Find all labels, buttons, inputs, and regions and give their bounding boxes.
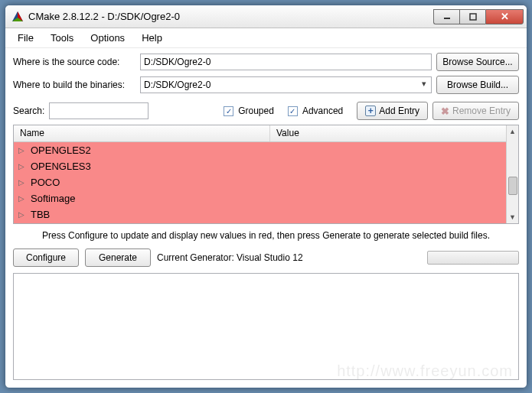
tree-item-label: POCO	[31, 177, 60, 188]
expand-icon[interactable]: ▷	[18, 178, 28, 187]
expand-icon[interactable]: ▷	[18, 162, 28, 171]
advanced-label: Advanced	[302, 106, 343, 116]
tree-item-label: OPENGLES3	[31, 161, 91, 172]
plus-icon: +	[365, 106, 376, 116]
hint-text: Press Configure to update and display ne…	[13, 227, 519, 245]
build-row: Where to build the binaries: D:/SDK/Ogre…	[13, 76, 519, 94]
add-entry-label: Add Entry	[379, 106, 419, 116]
cache-tree: Name Value ▷ OPENGLES2 ▷ OPENGLES3 ▷ POC…	[13, 125, 519, 224]
menubar: File Tools Options Help	[5, 28, 527, 48]
titlebar: CMake 2.8.12.2 - D:/SDK/Ogre2-0 ✕	[5, 5, 527, 28]
tree-scrollbar[interactable]: ▲ ▼	[506, 125, 518, 223]
source-input[interactable]	[140, 54, 432, 70]
tree-row[interactable]: ▷ OPENGLES2	[14, 142, 506, 158]
progress-bar	[427, 251, 519, 265]
app-window: CMake 2.8.12.2 - D:/SDK/Ogre2-0 ✕ File T…	[5, 5, 527, 388]
build-combo-value: D:/SDK/Ogre2-0	[144, 80, 211, 90]
close-button[interactable]: ✕	[485, 9, 524, 24]
tree-item-label: Softimage	[31, 193, 76, 204]
menu-help[interactable]: Help	[134, 30, 170, 46]
tree-body: ▷ OPENGLES2 ▷ OPENGLES3 ▷ POCO ▷ Softima…	[14, 142, 506, 223]
tree-row[interactable]: ▷ Softimage	[14, 190, 506, 206]
minimize-button[interactable]	[433, 9, 459, 24]
window-controls: ✕	[433, 9, 524, 24]
scroll-up-icon[interactable]: ▲	[508, 125, 518, 138]
tree-header: Name Value	[14, 125, 506, 142]
add-entry-button[interactable]: + Add Entry	[357, 102, 428, 120]
output-box[interactable]	[13, 273, 519, 380]
source-row: Where is the source code: Browse Source.…	[13, 53, 519, 71]
browse-source-button[interactable]: Browse Source...	[436, 53, 519, 71]
window-title: CMake 2.8.12.2 - D:/SDK/Ogre2-0	[28, 11, 180, 22]
expand-icon[interactable]: ▷	[18, 210, 28, 219]
svg-rect-4	[470, 14, 476, 20]
expand-icon[interactable]: ▷	[18, 146, 28, 154]
current-generator-label: Current Generator: Visual Studio 12	[157, 252, 303, 263]
tree-row[interactable]: ▷ POCO	[14, 174, 506, 190]
build-label: Where to build the binaries:	[13, 80, 135, 90]
tree-item-label: TBB	[31, 209, 50, 220]
tree-item-label: OPENGLES2	[31, 145, 91, 156]
expand-icon[interactable]: ▷	[18, 194, 28, 203]
advanced-checkbox[interactable]: ✓	[288, 106, 298, 116]
content-area: Where is the source code: Browse Source.…	[5, 48, 527, 388]
scroll-down-icon[interactable]: ▼	[508, 211, 518, 223]
col-value[interactable]: Value	[270, 125, 506, 141]
grouped-checkbox[interactable]: ✓	[224, 106, 233, 116]
menu-options[interactable]: Options	[83, 30, 132, 46]
generate-button[interactable]: Generate	[85, 248, 151, 267]
configure-button[interactable]: Configure	[13, 248, 79, 267]
browse-build-button[interactable]: Browse Build...	[436, 76, 519, 94]
menu-file[interactable]: File	[10, 30, 41, 46]
search-input[interactable]	[49, 102, 149, 119]
col-name[interactable]: Name	[14, 125, 270, 141]
cmake-logo-icon	[11, 11, 24, 23]
tree-row[interactable]: ▷ OPENGLES3	[14, 158, 506, 174]
build-combo[interactable]: D:/SDK/Ogre2-0	[140, 76, 432, 93]
menu-tools[interactable]: Tools	[43, 30, 81, 46]
source-label: Where is the source code:	[13, 57, 135, 67]
grouped-label: Grouped	[238, 106, 274, 116]
generate-row: Configure Generate Current Generator: Vi…	[13, 248, 519, 267]
maximize-button[interactable]	[459, 9, 485, 24]
search-label: Search:	[13, 106, 44, 116]
remove-entry-label: Remove Entry	[452, 106, 511, 116]
scroll-thumb[interactable]	[508, 177, 517, 195]
search-row: Search: ✓ Grouped ✓ Advanced + Add Entry…	[13, 102, 519, 120]
x-icon: ✖	[441, 106, 449, 117]
tree-row[interactable]: ▷ TBB	[14, 206, 506, 222]
remove-entry-button[interactable]: ✖ Remove Entry	[432, 102, 519, 120]
